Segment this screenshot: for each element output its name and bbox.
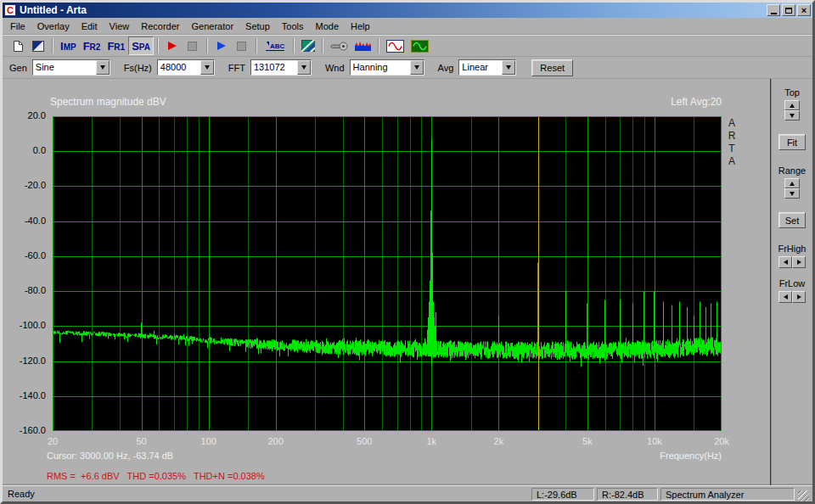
record-stop-button[interactable] xyxy=(183,36,203,55)
gen-label: Gen xyxy=(9,63,27,73)
frhigh-stepper xyxy=(778,256,806,268)
avg-select[interactable]: Linear xyxy=(458,59,516,76)
average-count-text: Left Avg:20 xyxy=(671,96,722,108)
stop-icon xyxy=(237,42,246,51)
resize-grip[interactable] xyxy=(798,490,809,501)
y-tick-label: -40.0 xyxy=(3,216,49,226)
waveform-button[interactable] xyxy=(351,36,374,55)
arrow-left-icon xyxy=(784,294,788,300)
window-title: Untitled - Arta xyxy=(20,4,767,16)
arrow-up-icon xyxy=(790,104,795,108)
frlow-left-button[interactable] xyxy=(778,291,792,303)
range-down-button[interactable] xyxy=(784,188,800,199)
chevron-down-icon[interactable] xyxy=(410,60,424,75)
frhigh-right-button[interactable] xyxy=(792,256,806,268)
close-button[interactable]: × xyxy=(797,4,811,16)
fft-label: FFT xyxy=(228,63,245,73)
chevron-down-icon[interactable] xyxy=(200,60,214,75)
y-tick-label: -60.0 xyxy=(3,250,49,260)
x-tick-label: 1k xyxy=(426,436,436,446)
menu-item-mode[interactable]: Mode xyxy=(309,19,345,34)
menu-item-generator[interactable]: Generator xyxy=(186,19,240,34)
fs-value: 48000 xyxy=(158,60,200,75)
frlow-label: FrLow xyxy=(779,278,806,288)
play-button[interactable] xyxy=(211,36,232,55)
menu-item-edit[interactable]: Edit xyxy=(76,19,104,34)
menu-item-view[interactable]: View xyxy=(104,19,136,34)
menu-item-setup[interactable]: Setup xyxy=(239,19,276,34)
imp-mode-button[interactable]: IMP xyxy=(57,36,80,55)
x-tick-label: 20k xyxy=(714,436,729,446)
frhigh-label: FrHigh xyxy=(778,244,806,254)
record-stop-icon xyxy=(188,42,197,51)
menu-item-recorder[interactable]: Recorder xyxy=(135,19,185,34)
right-level-indicator: R:-82.4dB xyxy=(597,488,658,501)
fit-button[interactable]: Fit xyxy=(778,134,806,150)
chevron-down-icon[interactable] xyxy=(297,60,311,75)
top-up-button[interactable] xyxy=(784,100,800,110)
spectrum-trace xyxy=(53,140,722,367)
x-tick-label: 50 xyxy=(136,436,146,446)
overlay-icon xyxy=(32,41,44,52)
y-tick-label: 20.0 xyxy=(3,110,49,120)
gen-select[interactable]: Sine xyxy=(32,59,110,76)
frhigh-left-button[interactable] xyxy=(778,256,792,268)
signal-generator-button[interactable] xyxy=(408,36,432,55)
maximize-button[interactable] xyxy=(782,4,795,16)
record-start-button[interactable] xyxy=(162,36,183,55)
y-tick-label: -80.0 xyxy=(3,285,49,295)
brand-letter: A xyxy=(726,155,738,168)
menu-item-tools[interactable]: Tools xyxy=(276,19,310,34)
spa-mode-button[interactable]: SPA xyxy=(128,36,154,55)
menu-item-file[interactable]: File xyxy=(4,19,31,34)
chevron-down-icon[interactable] xyxy=(96,60,110,75)
range-up-button[interactable] xyxy=(784,178,800,188)
text-marker-button[interactable]: ABC xyxy=(261,36,289,55)
wnd-select[interactable]: Hanning xyxy=(350,59,424,76)
time-record-button[interactable] xyxy=(383,36,408,55)
x-tick-label: 100 xyxy=(200,436,216,446)
waveform-icon xyxy=(355,41,371,52)
record-start-icon xyxy=(166,41,178,51)
new-file-button[interactable] xyxy=(8,36,28,55)
gen-value: Sine xyxy=(33,60,96,75)
new-file-icon xyxy=(13,40,24,53)
set-button[interactable]: Set xyxy=(778,212,806,228)
shaded-view-button[interactable] xyxy=(298,36,318,55)
menu-item-overlay[interactable]: Overlay xyxy=(31,19,76,34)
frlow-stepper xyxy=(778,291,806,303)
plot-title: Spectrum magnitude dBV xyxy=(50,96,166,108)
x-tick-label: 200 xyxy=(267,436,283,446)
chevron-down-icon[interactable] xyxy=(502,60,515,75)
microphone-button[interactable] xyxy=(327,36,351,55)
x-tick-label: 5k xyxy=(582,436,593,446)
arrow-down-icon xyxy=(790,114,795,118)
microphone-icon xyxy=(330,42,348,51)
stop-button[interactable] xyxy=(232,36,252,55)
arrow-left-icon xyxy=(784,260,788,265)
y-tick-label: 0.0 xyxy=(3,145,49,155)
menu-item-help[interactable]: Help xyxy=(345,19,376,34)
x-tick-label: 10k xyxy=(647,436,662,446)
fs-select[interactable]: 48000 xyxy=(157,59,215,76)
range-spinner xyxy=(784,178,800,199)
wnd-value: Hanning xyxy=(351,60,410,75)
toolbar-separator xyxy=(206,38,208,53)
client-area: Spectrum magnitude dBV Left Avg:20 ARTA … xyxy=(3,79,812,485)
y-tick-label: -140.0 xyxy=(3,390,49,400)
minimize-button[interactable] xyxy=(767,4,780,16)
plot-area[interactable]: Spectrum magnitude dBV Left Avg:20 ARTA … xyxy=(3,79,770,485)
spectrum-chart[interactable] xyxy=(53,116,722,431)
overlay-button[interactable] xyxy=(28,36,48,55)
fr2-mode-button[interactable]: FR2 xyxy=(80,36,104,55)
control-bar: Gen Sine Fs(Hz) 48000 FFT 131072 Wnd Han… xyxy=(3,57,812,79)
frlow-right-button[interactable] xyxy=(792,291,806,303)
left-level-indicator: L:-29.6dB xyxy=(531,488,594,501)
toolbar-separator xyxy=(52,38,53,53)
top-down-button[interactable] xyxy=(784,110,800,120)
right-control-panel: Top Fit Range Set FrHigh FrLow xyxy=(770,79,812,485)
fr1-mode-button[interactable]: FR1 xyxy=(104,36,128,55)
fft-select[interactable]: 131072 xyxy=(250,59,312,76)
reset-button[interactable]: Reset xyxy=(531,59,573,76)
app-icon[interactable]: C xyxy=(4,4,16,16)
